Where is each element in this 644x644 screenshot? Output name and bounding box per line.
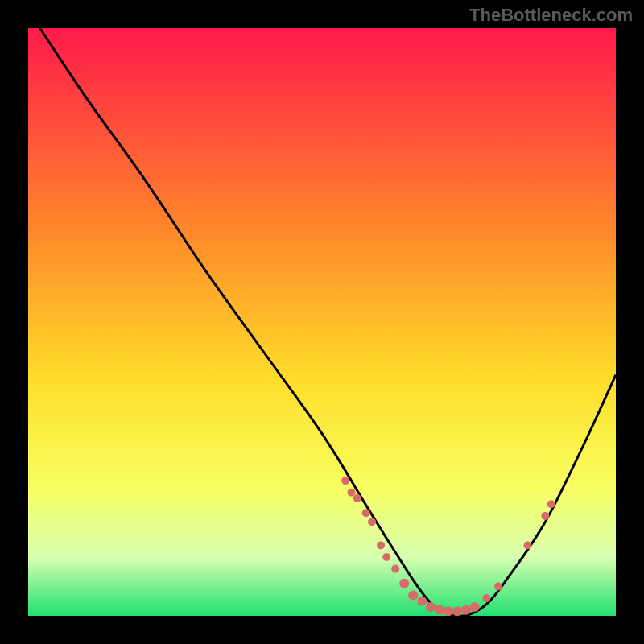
marker-point <box>452 606 462 616</box>
marker-point <box>417 597 427 606</box>
marker-point <box>399 579 409 588</box>
marker-point <box>482 594 490 602</box>
marker-point <box>470 602 480 612</box>
marker-point <box>461 605 471 615</box>
marker-point <box>426 602 436 612</box>
marker-point <box>368 518 376 526</box>
marker-point <box>391 565 399 573</box>
chart-svg <box>28 28 616 616</box>
marker-point <box>341 477 349 485</box>
gradient-background <box>28 28 616 616</box>
marker-point <box>547 500 555 508</box>
watermark-text: TheBottleneck.com <box>469 5 633 26</box>
marker-point <box>494 583 502 591</box>
marker-point <box>524 541 532 549</box>
marker-point <box>377 541 385 549</box>
marker-point <box>435 605 444 615</box>
marker-point <box>408 590 418 600</box>
marker-point <box>541 512 549 520</box>
marker-point <box>348 489 356 497</box>
marker-point <box>382 553 390 561</box>
chart-canvas <box>28 28 616 616</box>
marker-point <box>362 509 370 517</box>
marker-point <box>444 606 453 616</box>
marker-point <box>353 494 361 502</box>
